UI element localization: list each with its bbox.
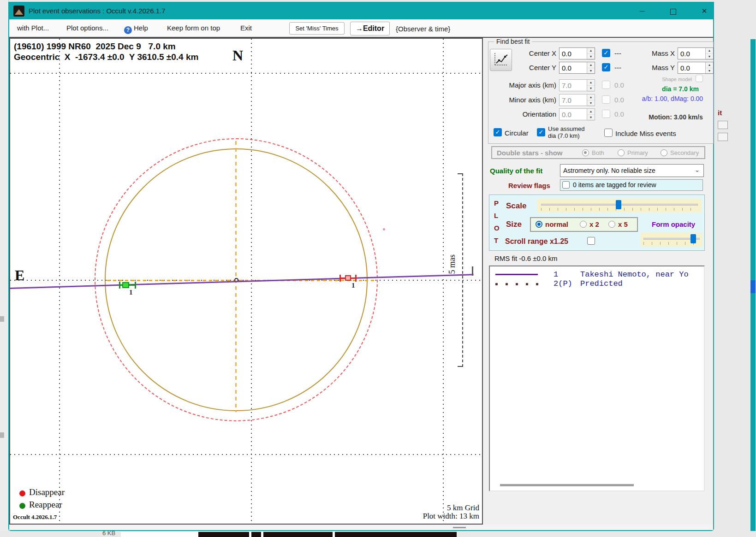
use-assumed-dia-checkbox[interactable]: ✓ bbox=[537, 128, 545, 136]
spin-up-icon[interactable]: ▲ bbox=[587, 62, 595, 68]
background-left-strip bbox=[0, 0, 9, 537]
size-x2-radio[interactable] bbox=[580, 221, 587, 228]
include-miss-checkbox[interactable] bbox=[604, 129, 613, 137]
menu-plot-options[interactable]: Plot options... bbox=[66, 24, 108, 32]
window-fragment bbox=[718, 121, 728, 129]
observer-time-label[interactable]: {Observer & time} bbox=[396, 25, 450, 33]
grid-line-vertical bbox=[443, 39, 444, 524]
quality-dropdown[interactable]: Astrometry only. No reliable size ⌄ bbox=[560, 164, 704, 177]
spin-up-icon[interactable]: ▲ bbox=[706, 62, 713, 68]
center-y-suffix: --- bbox=[614, 64, 621, 71]
reappear-marker[interactable] bbox=[122, 282, 129, 288]
observer-name: Predicted bbox=[580, 279, 623, 288]
close-button[interactable]: ✕ bbox=[697, 4, 712, 18]
menubar: with Plot... Plot options... ?Help Keep … bbox=[9, 19, 713, 38]
chord-swatch-dotted bbox=[506, 283, 508, 285]
size-radio-group: normal x 2 x 5 bbox=[530, 217, 638, 232]
minor-axis-input[interactable]: 7.0 ▲▼ bbox=[559, 94, 595, 106]
plot-canvas[interactable]: 1 1 (19610) 1999 NR60 2025 Dec 9 7.0 km … bbox=[9, 38, 483, 525]
major-axis-checkbox[interactable] bbox=[602, 81, 610, 89]
observer-list[interactable]: 1 Takeshi Nemoto, near Yo 2(P) Predicted bbox=[489, 266, 705, 491]
double-stars-label: Double stars - show bbox=[497, 149, 563, 157]
review-flags-text: 0 items are tagged for review bbox=[573, 181, 656, 189]
double-primary-radio[interactable] bbox=[618, 149, 625, 156]
minimize-button[interactable]: ─ bbox=[635, 4, 649, 18]
set-miss-times-button[interactable]: Set 'Miss' Times bbox=[289, 22, 345, 35]
spin-down-icon: ▼ bbox=[587, 100, 595, 106]
spin-down-icon[interactable]: ▼ bbox=[587, 68, 595, 74]
spinner-arrows[interactable]: ▲▼ bbox=[705, 62, 713, 73]
opacity-slider-thumb[interactable] bbox=[691, 234, 696, 243]
spinner-arrows: ▲▼ bbox=[587, 109, 595, 120]
grid-line-horizontal bbox=[10, 454, 482, 455]
major-axis-label: Major axis (km) bbox=[489, 81, 556, 89]
spin-down-icon[interactable]: ▼ bbox=[706, 68, 713, 74]
taskbar-separator bbox=[249, 532, 251, 537]
plot-subtitle: Geocentric X -1673.4 ±0.0 Y 3610.5 ±0.4 … bbox=[14, 52, 198, 62]
scale-slider[interactable] bbox=[537, 199, 702, 212]
circular-label: Circular bbox=[505, 129, 529, 137]
menu-keep-on-top[interactable]: Keep form on top bbox=[167, 24, 220, 32]
spinner-arrows[interactable]: ▲▼ bbox=[587, 62, 595, 73]
spinner-arrows: ▲▼ bbox=[587, 80, 595, 91]
disappear-chord-number: 1 bbox=[351, 282, 355, 289]
spin-down-icon[interactable]: ▼ bbox=[706, 54, 713, 60]
spinner-arrows[interactable]: ▲▼ bbox=[587, 48, 595, 59]
mass-x-input[interactable]: 0.0 ▲▼ bbox=[678, 47, 714, 59]
occult-plot-window: Plot event observations : Occult v.4.202… bbox=[8, 2, 714, 531]
east-label: E bbox=[15, 267, 24, 284]
major-axis-input[interactable]: 7.0 ▲▼ bbox=[559, 79, 595, 91]
diameter-text: dia = 7.0 km bbox=[650, 85, 710, 93]
spin-up-icon[interactable]: ▲ bbox=[587, 48, 595, 54]
orientation-checkbox[interactable] bbox=[602, 110, 610, 118]
double-both-radio[interactable] bbox=[582, 149, 589, 156]
scroll-range-checkbox[interactable] bbox=[587, 237, 595, 245]
spin-up-icon: ▲ bbox=[587, 109, 595, 115]
center-x-checkbox[interactable]: ✓ bbox=[602, 49, 610, 57]
double-secondary-radio[interactable] bbox=[661, 149, 667, 156]
window-fragment bbox=[121, 532, 198, 537]
spin-down-icon[interactable]: ▼ bbox=[587, 54, 595, 60]
scroll-range-label: Scroll range x1.25 bbox=[505, 237, 568, 246]
mass-y-input[interactable]: 0.0 ▲▼ bbox=[678, 62, 714, 74]
grid-scale-caption: 5 km Grid bbox=[447, 503, 479, 513]
center-y-checkbox[interactable]: ✓ bbox=[602, 63, 610, 71]
spinner-arrows[interactable]: ▲▼ bbox=[705, 48, 713, 59]
review-flags-checkbox[interactable] bbox=[562, 181, 570, 189]
maximize-button[interactable] bbox=[666, 4, 680, 18]
opacity-slider[interactable] bbox=[641, 233, 702, 247]
orientation-suffix: 0.0 bbox=[614, 110, 624, 118]
disappear-legend-dot bbox=[19, 490, 25, 496]
center-x-input[interactable]: 0.0 ▲▼ bbox=[559, 47, 595, 59]
size-x5-radio[interactable] bbox=[608, 221, 615, 228]
list-hscrollbar-thumb[interactable] bbox=[500, 484, 634, 486]
double-primary-label: Primary bbox=[627, 149, 648, 156]
window-fragment bbox=[718, 133, 728, 141]
menu-exit[interactable]: Exit bbox=[240, 24, 252, 32]
menu-with-plot[interactable]: with Plot... bbox=[17, 24, 49, 32]
reappear-legend-label: Reappear bbox=[29, 500, 62, 510]
spin-up-icon[interactable]: ▲ bbox=[706, 48, 713, 54]
scale-slider-thumb[interactable] bbox=[616, 200, 621, 209]
size-normal-radio[interactable] bbox=[536, 221, 542, 228]
minor-axis-checkbox[interactable] bbox=[602, 95, 610, 104]
taskbar-fragment bbox=[198, 532, 457, 537]
desktop: { "window": { "title": "Plot event obser… bbox=[0, 0, 756, 537]
menu-help[interactable]: ?Help bbox=[124, 24, 148, 34]
chord-swatch-dotted bbox=[526, 283, 528, 285]
editor-button[interactable]: →Editor bbox=[350, 22, 390, 35]
circular-checkbox[interactable]: ✓ bbox=[494, 128, 502, 136]
disappear-legend-label: Disappear bbox=[29, 487, 65, 497]
background-scroll-fragment bbox=[750, 280, 756, 293]
titlebar[interactable]: Plot event observations : Occult v.4.202… bbox=[9, 3, 713, 19]
orientation-input[interactable]: 0.0 ▲▼ bbox=[559, 108, 595, 120]
center-y-input[interactable]: 0.0 ▲▼ bbox=[559, 62, 595, 74]
asteroid-axis-vertical bbox=[235, 141, 237, 412]
center-y-label: Center Y bbox=[489, 64, 556, 71]
plot-scrollbar-thumb[interactable] bbox=[472, 266, 473, 276]
resize-grip[interactable] bbox=[453, 527, 466, 528]
center-x-label: Center X bbox=[489, 49, 556, 57]
disappear-marker[interactable] bbox=[345, 275, 351, 281]
spin-up-icon: ▲ bbox=[587, 80, 595, 86]
shape-model-checkbox[interactable] bbox=[696, 75, 703, 82]
